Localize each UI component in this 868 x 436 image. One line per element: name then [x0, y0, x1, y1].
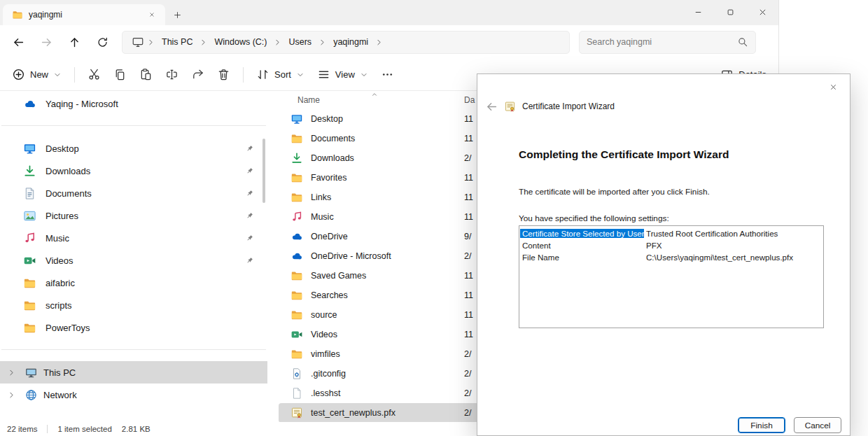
file-name: test_cert_newplus.pfx — [311, 408, 396, 418]
sidebar-item-yaqing-microsoft[interactable]: Yaqing - Microsoft — [4, 92, 263, 115]
setting-value: Trusted Root Certification Authorities — [644, 229, 778, 238]
refresh-button[interactable] — [88, 29, 116, 55]
sidebar-item-aifabric[interactable]: aifabric — [4, 272, 263, 294]
settings-caption: You have specified the following setting… — [519, 213, 669, 223]
view-button[interactable]: View — [311, 62, 374, 87]
status-divider — [47, 425, 48, 433]
file-name: .gitconfig — [311, 369, 346, 379]
video-icon — [23, 254, 36, 267]
folder-icon — [12, 9, 23, 20]
column-header-name[interactable]: Name — [279, 95, 320, 105]
explorer-tab[interactable]: yaqingmi — [3, 4, 165, 25]
back-button[interactable] — [4, 29, 32, 55]
chevron-right-icon[interactable] — [7, 391, 16, 400]
sidebar-item-this-pc[interactable]: This PC — [0, 361, 267, 384]
chevron-right-icon[interactable] — [7, 368, 16, 377]
folder-icon — [290, 132, 303, 145]
pin-icon — [245, 167, 254, 176]
setting-row-certificate-store-selected-by-user[interactable]: Certificate Store Selected by UserTruste… — [520, 227, 823, 239]
certificate-icon — [290, 407, 303, 419]
sort-button[interactable]: Sort — [250, 62, 311, 87]
chevron-right-icon[interactable] — [146, 38, 155, 47]
sidebar-item-desktop[interactable]: Desktop — [4, 137, 263, 160]
copy-icon — [113, 68, 127, 81]
paste-button[interactable] — [133, 62, 159, 87]
sidebar-item-powertoys[interactable]: PowerToys — [4, 316, 263, 339]
file-name: Downloads — [311, 153, 354, 163]
sort-ascending-icon — [371, 90, 378, 97]
delete-button[interactable] — [211, 62, 237, 87]
address-bar[interactable]: This PCWindows (C:)Usersyaqingmi — [122, 31, 570, 54]
chevron-right-icon[interactable] — [199, 38, 208, 47]
sort-button-label: Sort — [274, 69, 291, 80]
search-box[interactable] — [579, 31, 756, 54]
setting-key: Content — [520, 241, 644, 250]
folder-icon — [290, 309, 303, 321]
file-name: .lesshst — [311, 388, 340, 398]
sidebar-item-label: scripts — [46, 300, 72, 311]
view-icon — [317, 68, 330, 81]
sidebar-item-videos[interactable]: Videos — [4, 249, 263, 272]
toolbar-divider — [74, 67, 75, 83]
chevron-down-icon — [296, 71, 304, 79]
file-date: 9/ — [464, 232, 471, 241]
file-date: 11 — [464, 114, 473, 124]
breadcrumb-item-yaqingmi[interactable]: yaqingmi — [327, 31, 374, 53]
sidebar-item-documents[interactable]: Documents — [4, 182, 263, 204]
sidebar-item-music[interactable]: Music — [4, 227, 263, 249]
file-date: 2/ — [464, 153, 471, 163]
new-button[interactable]: New — [6, 62, 68, 87]
breadcrumb-item-this-pc[interactable]: This PC — [155, 31, 199, 53]
chevron-right-icon[interactable] — [318, 38, 327, 47]
cancel-button[interactable]: Cancel — [794, 417, 841, 433]
copy-button[interactable] — [107, 62, 133, 87]
sidebar-tree-list: This PCNetwork — [0, 361, 267, 406]
rename-button[interactable] — [159, 62, 185, 87]
up-button[interactable] — [60, 29, 88, 55]
sidebar-item-scripts[interactable]: scripts — [4, 294, 263, 316]
forward-button[interactable] — [32, 29, 60, 55]
picture-icon — [23, 209, 36, 223]
close-button[interactable] — [746, 0, 778, 24]
new-tab-button[interactable] — [165, 4, 189, 25]
sidebar-item-downloads[interactable]: Downloads — [4, 160, 263, 182]
file-date: 2/ — [464, 251, 471, 261]
chevron-right-icon[interactable] — [374, 38, 384, 47]
setting-row-file-name[interactable]: File NameC:\Users\yaqingmi\test_cert_new… — [520, 251, 823, 263]
file-name: Saved Games — [311, 271, 366, 281]
file-name: Links — [311, 192, 331, 202]
maximize-button[interactable] — [714, 0, 746, 24]
network-icon — [24, 388, 38, 402]
trash-icon — [217, 68, 230, 81]
more-options-button[interactable] — [374, 62, 400, 87]
breadcrumb-item-users[interactable]: Users — [282, 31, 318, 53]
minimize-button[interactable] — [682, 0, 714, 24]
chevron-down-icon — [53, 71, 62, 79]
search-input[interactable] — [587, 37, 737, 47]
chevron-right-icon[interactable] — [273, 38, 282, 47]
share-button[interactable] — [185, 62, 211, 87]
tab-bar: yaqingmi — [0, 0, 778, 25]
sidebar-scrollbar[interactable] — [262, 139, 265, 203]
folder-icon — [290, 269, 303, 282]
file-date: 2/ — [464, 408, 471, 418]
breadcrumb-item-windows-c[interactable]: Windows (C:) — [208, 31, 273, 53]
sidebar-item-pictures[interactable]: Pictures — [4, 204, 263, 227]
dialog-back-icon[interactable] — [486, 101, 498, 113]
dialog-close-button[interactable] — [818, 76, 848, 97]
sidebar-item-network[interactable]: Network — [0, 384, 267, 406]
settings-list[interactable]: Certificate Store Selected by UserTruste… — [519, 225, 824, 328]
breadcrumb: This PCWindows (C:)Usersyaqingmi — [155, 31, 384, 53]
certificate-wizard-icon — [504, 101, 516, 113]
file-date: 11 — [464, 330, 473, 339]
view-button-label: View — [335, 69, 355, 80]
this-pc-icon — [132, 36, 144, 48]
tab-close-icon[interactable] — [144, 8, 160, 22]
column-header-date[interactable]: Da — [464, 95, 475, 105]
sidebar-divider — [1, 349, 266, 350]
new-button-label: New — [30, 69, 48, 80]
finish-button[interactable]: Finish — [738, 417, 785, 433]
sidebar-item-label: Network — [43, 390, 77, 400]
setting-row-content[interactable]: ContentPFX — [520, 239, 823, 251]
cut-button[interactable] — [81, 62, 107, 87]
